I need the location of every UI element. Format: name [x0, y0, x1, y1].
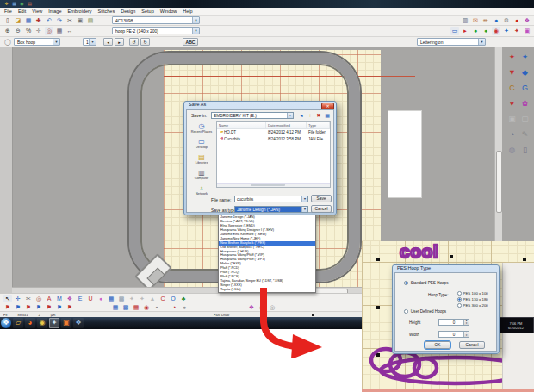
chevron-down-icon[interactable]: ▼ — [192, 28, 199, 34]
select-mode-combo[interactable]: Box hoop ▼ — [14, 38, 60, 46]
menu-image[interactable]: Image — [48, 9, 61, 14]
file-row[interactable]: ❖Cucurbits 8/24/2012 3:58 PMJAN File — [217, 136, 330, 143]
menu-help[interactable]: Help — [183, 9, 192, 14]
cancel-button[interactable]: Cancel — [311, 205, 332, 213]
title-icon-doc[interactable]: ▦ — [11, 1, 17, 7]
globe-icon[interactable]: ● — [492, 16, 500, 25]
column-date-modified[interactable]: Date modified — [266, 122, 307, 128]
settings-gear-icon[interactable]: ⚙ — [502, 16, 511, 25]
hoop-size-option[interactable]: PES 130 x 180 — [457, 296, 488, 302]
mode-circle-icon[interactable]: ◯ — [3, 38, 12, 47]
radio-icon[interactable] — [404, 309, 408, 314]
rotate-cw-button[interactable]: ↻ — [140, 38, 150, 46]
measure-icon[interactable]: ↔ — [65, 27, 74, 35]
back-icon[interactable]: ◂ — [298, 112, 305, 119]
cut-icon[interactable]: ✂ — [65, 16, 74, 25]
views-icon[interactable]: ▦ — [324, 112, 331, 119]
hoop-size-option[interactable]: PES 100 x 100 — [457, 290, 488, 296]
column-type[interactable]: Type — [307, 122, 330, 128]
selection-handle[interactable] — [450, 255, 453, 258]
stitch-play-icon[interactable]: ▸ — [461, 27, 469, 35]
place-computer[interactable]: ▥ Computer — [189, 169, 214, 184]
save-icon[interactable]: ▦ — [24, 16, 33, 25]
record-icon[interactable]: ● — [512, 16, 521, 25]
letter-c-icon[interactable]: C — [506, 83, 518, 93]
heart-icon[interactable]: ♥ — [506, 98, 518, 109]
hoop-size-option[interactable]: PES 300 x 200 — [457, 302, 488, 308]
zoom-percent-icon[interactable]: % — [24, 27, 33, 35]
place-recent[interactable]: ◷ Recent Places — [189, 122, 214, 138]
stamp-icon[interactable]: ◍ — [506, 145, 518, 155]
eye-icon[interactable]: ◔ — [506, 129, 518, 140]
pan-icon[interactable]: ✛ — [34, 27, 43, 35]
menu-file[interactable]: File — [4, 9, 12, 14]
selection-handle[interactable] — [376, 306, 380, 309]
spinner-icon[interactable]: ▾ — [89, 39, 96, 45]
zoom-out-icon[interactable]: ⊖ — [14, 27, 22, 35]
file-row[interactable]: ▰HO.DT 8/24/2012 4:12 PMFile folder — [217, 129, 330, 136]
menu-view[interactable]: View — [32, 9, 42, 14]
file-list-header[interactable]: NameDate modifiedType — [217, 122, 330, 129]
selection-handle[interactable] — [523, 258, 526, 261]
save-as-type-combo[interactable]: Janome Design (*.JAN) ▼ — [234, 206, 308, 213]
select-box-icon[interactable]: ◉ — [492, 27, 500, 35]
hoop-toggle-icon[interactable]: ◎ — [45, 27, 53, 35]
user-defined-radio[interactable]: User Defined Hoops — [404, 309, 446, 314]
file-list-scrollbar[interactable] — [217, 183, 330, 187]
menu-stitches[interactable]: Stitches — [98, 9, 115, 14]
taskbar-media[interactable]: ❖ — [73, 318, 84, 328]
radio-icon[interactable] — [457, 291, 462, 296]
column-name[interactable]: Name — [217, 122, 266, 128]
lettering-combo[interactable]: Lettering on ▼ — [417, 38, 486, 46]
chevron-down-icon[interactable]: ▼ — [287, 113, 293, 118]
menu-window[interactable]: Window — [160, 9, 177, 14]
applique-red-icon[interactable]: ▼ — [506, 67, 518, 78]
lettering-blue-icon[interactable]: ✦ — [502, 27, 511, 35]
disabled-tool-icon[interactable]: ▣ — [506, 114, 518, 124]
format-dropdown-list[interactable]: Janome Design (*.JAN)Bernina (*.ART, V1-… — [218, 215, 316, 293]
nudge-left-button[interactable]: ◂ — [103, 38, 113, 46]
place-desktop[interactable]: ▭ Desktop — [189, 138, 214, 153]
selection-handle[interactable] — [376, 258, 380, 261]
taskbar-chrome[interactable]: ◉ — [37, 318, 47, 328]
radio-icon[interactable] — [404, 281, 408, 285]
write-card-icon[interactable]: ✉ — [471, 16, 480, 25]
palette-icon[interactable]: ❖ — [523, 16, 531, 25]
title-icon-sync[interactable]: ◉ — [19, 1, 25, 7]
grid-toggle-icon[interactable]: ▦ — [55, 27, 64, 35]
go-alt-icon[interactable]: ● — [481, 27, 490, 35]
taskbar-app-orange[interactable]: ▣ — [61, 318, 71, 328]
menu-setup[interactable]: Setup — [141, 9, 153, 14]
title-icon-app[interactable]: ❖ — [3, 1, 9, 7]
zoom-in-icon[interactable]: ⊕ — [3, 27, 12, 35]
spinner-icon[interactable]: ▲▼ — [463, 320, 469, 325]
undo-icon[interactable]: ↶ — [45, 16, 53, 25]
rotate-ccw-button[interactable]: ↺ — [129, 38, 139, 46]
go-icon[interactable]: ● — [471, 27, 480, 35]
paste-icon[interactable]: ▤ — [86, 16, 95, 25]
menu-design[interactable]: Design — [121, 9, 135, 14]
delete-icon[interactable]: ✖ — [315, 112, 322, 119]
nudge-right-button[interactable]: ▸ — [115, 38, 124, 46]
letter-g-icon[interactable]: G — [519, 83, 531, 93]
new-file-icon[interactable]: ▯ — [3, 16, 12, 25]
nudge-stepper[interactable]: 1 ▾ — [83, 38, 96, 46]
flower-icon[interactable]: ✿ — [519, 98, 531, 109]
edit-icon[interactable]: ✎ — [519, 129, 531, 140]
start-button[interactable]: ❖ — [1, 318, 11, 328]
redo-icon[interactable]: ↷ — [55, 16, 64, 25]
menu-edit[interactable]: Edit — [18, 9, 26, 14]
v-scroll-thumb[interactable] — [496, 151, 502, 213]
new-embroidery-icon[interactable]: ✚ — [34, 16, 43, 25]
title-icon-tools[interactable]: ▤ — [27, 1, 33, 7]
standard-hoops-radio[interactable]: Standard PES Hoops — [404, 281, 448, 285]
tool-pink-icon[interactable]: ▣ — [523, 27, 531, 35]
export-icon[interactable]: ▥ — [461, 16, 469, 25]
hoop-selector-combo[interactable]: hoop FE-2 (140 x 200) ▼ — [112, 27, 200, 34]
taskbar-explorer[interactable]: ▱ — [13, 318, 23, 328]
file-name-input[interactable]: cucurbits ▼ — [234, 196, 308, 202]
chevron-down-icon[interactable]: ▼ — [192, 17, 199, 23]
spinner-icon[interactable]: ▲▼ — [463, 332, 469, 337]
chevron-down-icon[interactable]: ▼ — [53, 39, 59, 45]
chevron-down-icon[interactable]: ▼ — [301, 196, 307, 202]
